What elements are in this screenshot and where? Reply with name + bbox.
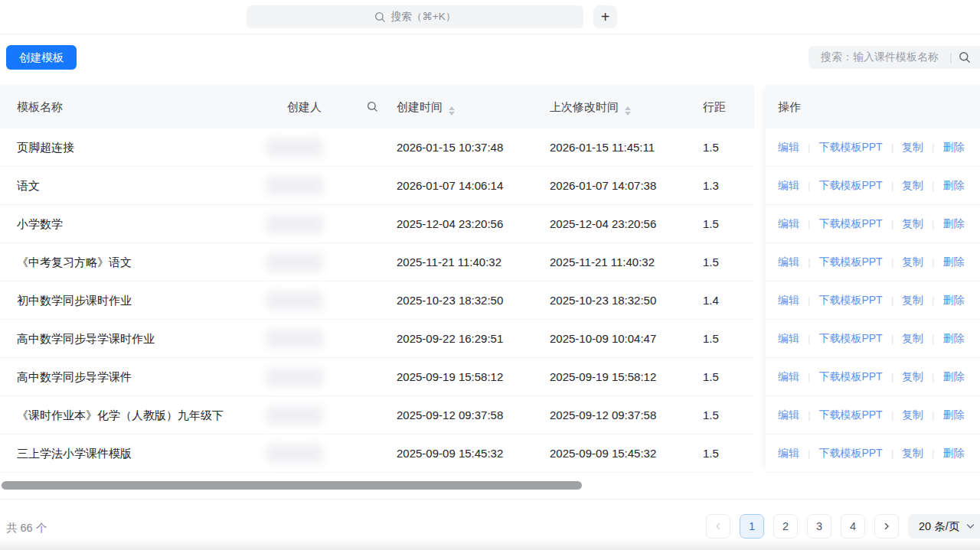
table-row: 《课时作业本》化学（人教版）九年级下 2025-09-12 09:37:58 2… (0, 396, 754, 434)
action-edit[interactable]: 编辑 (778, 217, 799, 231)
footer-divider (0, 499, 980, 500)
page-button-3[interactable]: 3 (807, 514, 831, 539)
search-divider: | (949, 51, 952, 63)
action-edit[interactable]: 编辑 (778, 141, 799, 155)
action-download-ppt[interactable]: 下载模板PPT (818, 447, 882, 461)
column-header-created[interactable]: 创建时间 (397, 85, 455, 129)
cell-template-name: 《课时作业本》化学（人教版）九年级下 (17, 396, 224, 434)
chevron-left-icon (714, 522, 722, 530)
action-copy[interactable]: 复制 (902, 447, 923, 461)
creator-redacted-blur (266, 177, 323, 195)
cell-template-name: 《中考复习方略》语文 (17, 243, 132, 281)
action-divider: | (891, 256, 893, 268)
action-divider: | (891, 409, 893, 421)
action-edit[interactable]: 编辑 (778, 408, 799, 422)
cell-line-spacing: 1.5 (703, 320, 719, 357)
table-row-actions: 编辑|下载模板PPT|复制|删除 (766, 129, 980, 167)
create-template-button[interactable]: 创建模板 (6, 45, 77, 70)
action-divider: | (932, 371, 934, 382)
action-copy[interactable]: 复制 (902, 408, 923, 422)
cell-created-time: 2025-09-19 15:58:12 (397, 358, 503, 395)
action-divider: | (891, 371, 893, 382)
action-download-ppt[interactable]: 下载模板PPT (818, 294, 882, 308)
page-button-4[interactable]: 4 (841, 514, 865, 539)
action-edit[interactable]: 编辑 (778, 332, 799, 346)
action-delete[interactable]: 删除 (942, 294, 964, 308)
cell-created-time: 2026-01-15 10:37:48 (397, 129, 503, 166)
table-body-main: 页脚超连接 2026-01-15 10:37:48 2026-01-15 11:… (0, 129, 754, 473)
table-header: 模板名称 创建人 创建时间 上次修改时间 行距 (0, 85, 754, 129)
column-header-line-spacing: 行距 (703, 85, 726, 129)
page-button-1[interactable]: 1 (740, 514, 764, 539)
cell-template-name: 页脚超连接 (17, 129, 74, 166)
action-divider: | (891, 218, 893, 229)
action-delete[interactable]: 删除 (942, 447, 964, 461)
creator-redacted-blur (266, 253, 323, 272)
page-size-select[interactable]: 20 条/页 (908, 514, 980, 539)
search-icon[interactable] (959, 51, 971, 63)
column-header-modified-label: 上次修改时间 (550, 100, 619, 113)
global-search-input[interactable]: 搜索（⌘+K） (247, 5, 583, 28)
table-row-actions: 编辑|下载模板PPT|复制|删除 (766, 358, 980, 396)
new-tab-button[interactable]: + (593, 5, 617, 28)
action-copy[interactable]: 复制 (902, 217, 923, 231)
action-delete[interactable]: 删除 (942, 408, 964, 422)
creator-filter-search-icon[interactable] (367, 101, 378, 112)
column-header-creator: 创建人 (287, 85, 322, 129)
creator-redacted-blur (266, 368, 323, 386)
cell-line-spacing: 1.5 (703, 396, 719, 434)
action-divider: | (808, 371, 810, 382)
horizontal-scrollbar-thumb[interactable] (2, 481, 582, 490)
cell-modified-time: 2025-11-21 11:40:32 (550, 243, 655, 281)
action-download-ppt[interactable]: 下载模板PPT (818, 332, 882, 346)
creator-redacted-blur (266, 215, 323, 233)
action-copy[interactable]: 复制 (902, 294, 923, 308)
action-edit[interactable]: 编辑 (778, 370, 799, 384)
action-download-ppt[interactable]: 下载模板PPT (818, 255, 882, 269)
cell-modified-time: 2025-12-04 23:20:56 (550, 205, 656, 242)
action-edit[interactable]: 编辑 (778, 447, 799, 461)
table-row: 小学数学 2025-12-04 23:20:56 2025-12-04 23:2… (0, 205, 754, 243)
action-edit[interactable]: 编辑 (778, 294, 799, 308)
action-divider: | (932, 447, 934, 459)
action-copy[interactable]: 复制 (902, 141, 923, 155)
cell-template-name: 初中数学同步课时作业 (17, 282, 132, 319)
table-row: 《中考复习方略》语文 2025-11-21 11:40:32 2025-11-2… (0, 243, 754, 282)
action-divider: | (808, 447, 810, 459)
cell-line-spacing: 1.5 (703, 205, 719, 242)
action-download-ppt[interactable]: 下载模板PPT (818, 370, 882, 384)
cell-created-time: 2025-10-23 18:32:50 (397, 282, 503, 319)
action-divider: | (891, 447, 893, 459)
topbar: 搜索（⌘+K） + (0, 0, 980, 34)
action-delete[interactable]: 删除 (942, 217, 964, 231)
action-divider: | (932, 409, 934, 421)
cell-line-spacing: 1.5 (703, 243, 719, 281)
sort-icon[interactable] (449, 106, 455, 116)
table-row: 语文 2026-01-07 14:06:14 2026-01-07 14:07:… (0, 167, 754, 205)
table-body-actions: 编辑|下载模板PPT|复制|删除 编辑|下载模板PPT|复制|删除 编辑|下载模… (766, 129, 980, 473)
action-divider: | (891, 295, 893, 306)
action-edit[interactable]: 编辑 (778, 179, 799, 193)
action-copy[interactable]: 复制 (902, 255, 923, 269)
prev-page-button[interactable] (706, 514, 730, 539)
action-download-ppt[interactable]: 下载模板PPT (818, 408, 882, 422)
action-download-ppt[interactable]: 下载模板PPT (818, 217, 882, 231)
action-copy[interactable]: 复制 (902, 332, 923, 346)
next-page-button[interactable] (874, 514, 899, 539)
action-download-ppt[interactable]: 下载模板PPT (818, 141, 882, 155)
column-header-modified[interactable]: 上次修改时间 (550, 85, 631, 129)
action-delete[interactable]: 删除 (942, 332, 964, 346)
pagination: 1234 20 条/页 (706, 514, 980, 539)
sort-icon[interactable] (625, 106, 631, 116)
action-copy[interactable]: 复制 (902, 179, 923, 193)
action-copy[interactable]: 复制 (902, 370, 923, 384)
page-button-2[interactable]: 2 (773, 514, 798, 539)
action-delete[interactable]: 删除 (942, 179, 964, 193)
action-download-ppt[interactable]: 下载模板PPT (818, 179, 882, 193)
cell-template-name: 三上学法小学课件模版 (17, 434, 132, 472)
action-edit[interactable]: 编辑 (778, 255, 799, 269)
action-delete[interactable]: 删除 (942, 370, 964, 384)
action-delete[interactable]: 删除 (942, 141, 964, 155)
action-delete[interactable]: 删除 (942, 255, 964, 269)
template-name-search-input[interactable]: 搜索：输入课件模板名称 | (808, 46, 980, 69)
